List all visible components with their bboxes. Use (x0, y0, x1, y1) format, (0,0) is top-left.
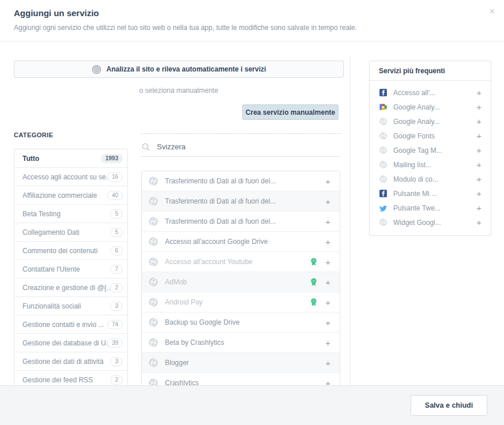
add-frequent-plus-button[interactable]: + (476, 218, 482, 227)
globe-icon (379, 118, 387, 125)
add-frequent-plus-button[interactable]: + (476, 146, 482, 155)
service-label: Android Pay (165, 298, 303, 306)
frequent-service-row[interactable]: Mailing list... + (379, 157, 482, 172)
service-label: Trasferimento di Dati al di fuori del... (165, 197, 318, 205)
frequent-service-row[interactable]: Accesso all'... + (379, 85, 482, 100)
category-item[interactable]: Funzionalità sociali 3 (14, 297, 127, 315)
category-item[interactable]: Contattare l'Utente 7 (14, 260, 127, 279)
create-service-button[interactable]: Crea servizio manualmente (242, 104, 338, 120)
search-bar (141, 137, 340, 157)
frequent-service-row[interactable]: Google Tag M... + (379, 143, 482, 157)
globe-icon (379, 175, 387, 183)
add-service-plus-button[interactable]: + (325, 339, 330, 347)
category-label: Creazione e gestione di @{... (22, 284, 110, 292)
globe-icon (149, 217, 158, 226)
add-frequent-plus-button[interactable]: + (476, 204, 482, 212)
add-service-plus-button[interactable]: + (325, 318, 330, 327)
facebook-icon (379, 89, 387, 96)
add-frequent-plus-button[interactable]: + (476, 103, 482, 111)
category-count-badge: 1993 (101, 154, 123, 163)
frequent-service-label: Google Analy... (393, 103, 470, 111)
services-list: Trasferimento di Dati al di fuori del...… (141, 171, 340, 385)
analyze-site-button[interactable]: Analizza il sito e rileva automaticament… (14, 61, 344, 78)
or-select-manually-text: o seleziona manualmente (14, 86, 344, 95)
service-label: Beta by Crashlytics (165, 339, 318, 347)
frequent-service-label: Pulsante Twe... (393, 204, 470, 212)
page-subtitle: Aggiungi ogni servizio che utilizzi nel … (14, 24, 357, 32)
category-item[interactable]: Gestione dei dati di attività 3 (14, 352, 127, 371)
categories-list: Tutto 1993 Accesso agli account su se...… (14, 149, 128, 385)
save-close-button[interactable]: Salva e chiudi (411, 395, 487, 416)
globe-icon (149, 378, 158, 385)
certified-badge-icon (310, 298, 317, 307)
category-item[interactable]: Accesso agli account su se... 16 (14, 168, 127, 186)
frequent-service-row[interactable]: Google Fonts + (379, 129, 482, 143)
service-row[interactable]: Android Pay + (142, 292, 340, 313)
category-item[interactable]: Gestione contatti e invio ... 74 (14, 315, 127, 334)
search-icon (141, 142, 151, 152)
globe-icon (149, 237, 158, 246)
service-label: Trasferimento di Dati al di fuori del... (165, 177, 318, 185)
frequent-service-label: Modulo di co... (393, 175, 470, 183)
frequent-service-row[interactable]: Pulsante Twe... + (379, 201, 482, 215)
add-service-plus-button[interactable]: + (325, 177, 330, 186)
frequent-service-row[interactable]: Pulsante Mi ... + (379, 186, 482, 201)
service-row[interactable]: Accesso all'account Youtube + (142, 252, 340, 272)
service-row[interactable]: Trasferimento di Dati al di fuori del...… (142, 171, 340, 191)
add-service-plus-button[interactable]: + (325, 197, 330, 206)
category-count-badge: 3 (110, 302, 123, 311)
add-service-plus-button[interactable]: + (325, 217, 330, 226)
category-item[interactable]: Gestione dei feed RSS 2 (14, 371, 127, 385)
frequent-service-row[interactable]: Google Analy... + (379, 100, 482, 114)
add-service-plus-button[interactable]: + (325, 379, 330, 386)
service-label: Trasferimento di Dati al di fuori del... (165, 217, 318, 225)
add-frequent-plus-button[interactable]: + (476, 88, 482, 97)
service-row[interactable]: Trasferimento di Dati al di fuori del...… (142, 191, 340, 212)
globe-icon (149, 277, 158, 287)
service-row[interactable]: Crashlytics + (142, 373, 340, 385)
category-item[interactable]: Beta Testing 5 (14, 205, 127, 223)
categories-heading: CATEGORIE (14, 131, 53, 138)
add-frequent-plus-button[interactable]: + (476, 117, 482, 126)
search-input[interactable] (157, 142, 340, 151)
category-label: Commento dei contenuti (22, 247, 110, 255)
category-count-badge: 5 (110, 209, 123, 219)
category-item[interactable]: Commento dei contenuti 6 (14, 242, 127, 260)
category-item[interactable]: Tutto 1993 (14, 149, 127, 168)
frequent-service-row[interactable]: Google Analy... + (379, 114, 482, 129)
frequent-service-row[interactable]: Widget Googl... + (379, 215, 482, 230)
service-row[interactable]: Backup su Google Drive + (142, 313, 340, 333)
category-item[interactable]: Affiliazione commerciale 40 (14, 186, 127, 205)
category-count-badge: 6 (110, 246, 123, 255)
add-frequent-plus-button[interactable]: + (476, 160, 482, 169)
category-count-badge: 16 (107, 172, 123, 182)
service-row[interactable]: AdMob + (142, 272, 340, 292)
category-count-badge: 40 (107, 191, 123, 200)
page-title: Aggiungi un servizio (14, 8, 99, 18)
category-label: Tutto (22, 155, 101, 163)
add-service-plus-button[interactable]: + (325, 298, 330, 307)
globe-icon (149, 176, 158, 186)
category-label: Affiliazione commerciale (22, 191, 107, 200)
service-row[interactable]: Accesso all'account Google Drive + (142, 232, 340, 252)
frequent-service-row[interactable]: Modulo di co... + (379, 172, 482, 186)
add-frequent-plus-button[interactable]: + (476, 189, 482, 198)
add-service-plus-button[interactable]: + (325, 258, 330, 266)
add-frequent-plus-button[interactable]: + (476, 131, 482, 140)
service-row[interactable]: Blogger + (142, 353, 340, 373)
add-service-plus-button[interactable]: + (325, 359, 330, 367)
service-row[interactable]: Trasferimento di Dati al di fuori del...… (142, 212, 340, 232)
facebook-icon (379, 190, 387, 197)
globe-icon (149, 298, 158, 307)
close-icon[interactable]: × (490, 7, 495, 16)
add-service-plus-button[interactable]: + (325, 278, 330, 287)
globe-icon (149, 318, 158, 327)
category-item[interactable]: Gestione dei database di U... 39 (14, 334, 127, 352)
category-label: Contattare l'Utente (22, 265, 110, 273)
add-frequent-plus-button[interactable]: + (476, 175, 482, 183)
category-item[interactable]: Creazione e gestione di @{... 2 (14, 279, 127, 297)
category-item[interactable]: Collegamento Dati 5 (14, 223, 127, 242)
add-service-plus-button[interactable]: + (325, 238, 330, 246)
service-row[interactable]: Beta by Crashlytics + (142, 333, 340, 353)
dialog-header: Aggiungi un servizio Aggiungi ogni servi… (0, 0, 504, 42)
